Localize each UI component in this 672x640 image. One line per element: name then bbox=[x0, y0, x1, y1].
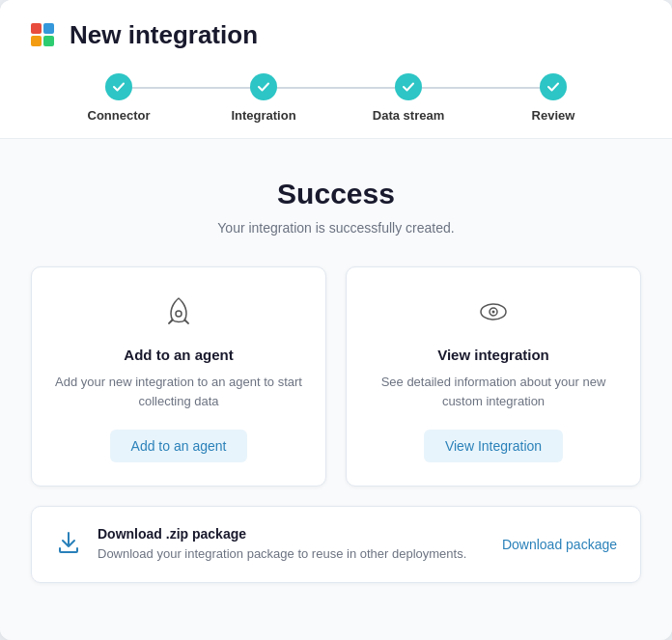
download-package-link[interactable]: Download package bbox=[502, 537, 617, 552]
success-title: Success bbox=[31, 178, 641, 210]
step-integration: Integration bbox=[191, 73, 336, 123]
add-to-agent-button[interactable]: Add to an agent bbox=[110, 430, 248, 462]
download-description: Download your integration package to reu… bbox=[98, 545, 487, 563]
step-circle-integration bbox=[250, 73, 277, 100]
action-cards: Add to an agent Add your new integration… bbox=[31, 266, 641, 487]
add-agent-card: Add to an agent Add your new integration… bbox=[31, 266, 326, 487]
step-label-connector: Connector bbox=[88, 108, 151, 123]
eye-icon bbox=[476, 294, 511, 333]
svg-point-0 bbox=[176, 311, 182, 317]
view-integration-desc: See detailed information about your new … bbox=[370, 373, 617, 410]
rocket-icon bbox=[161, 294, 196, 333]
stepper: Connector Integration Data strea bbox=[27, 73, 645, 123]
app-window: New integration Connector bbox=[0, 0, 672, 640]
download-section: Download .zip package Download your inte… bbox=[31, 506, 641, 583]
step-connector: Connector bbox=[46, 73, 191, 123]
step-circle-connector bbox=[105, 73, 132, 100]
step-label-review: Review bbox=[532, 108, 575, 123]
main-content: Success Your integration is successfully… bbox=[0, 139, 672, 640]
add-agent-title: Add to an agent bbox=[124, 347, 233, 363]
success-subtitle: Your integration is successfully created… bbox=[31, 220, 641, 236]
download-text: Download .zip package Download your inte… bbox=[98, 526, 487, 563]
download-icon bbox=[55, 529, 82, 560]
view-integration-button[interactable]: View Integration bbox=[424, 430, 563, 462]
view-integration-card: View integration See detailed informatio… bbox=[346, 266, 641, 487]
step-review: Review bbox=[481, 73, 626, 123]
app-logo-icon bbox=[27, 19, 58, 50]
step-circle-datastream bbox=[395, 73, 422, 100]
view-integration-title: View integration bbox=[437, 347, 549, 363]
step-label-datastream: Data stream bbox=[373, 108, 444, 123]
page-title: New integration bbox=[70, 20, 258, 50]
add-agent-desc: Add your new integration to an agent to … bbox=[55, 373, 302, 410]
svg-point-3 bbox=[492, 311, 495, 314]
header: New integration Connector bbox=[0, 0, 672, 139]
download-title: Download .zip package bbox=[98, 526, 487, 542]
step-label-integration: Integration bbox=[231, 108, 295, 123]
step-datastream: Data stream bbox=[336, 73, 481, 123]
step-circle-review bbox=[540, 73, 567, 100]
